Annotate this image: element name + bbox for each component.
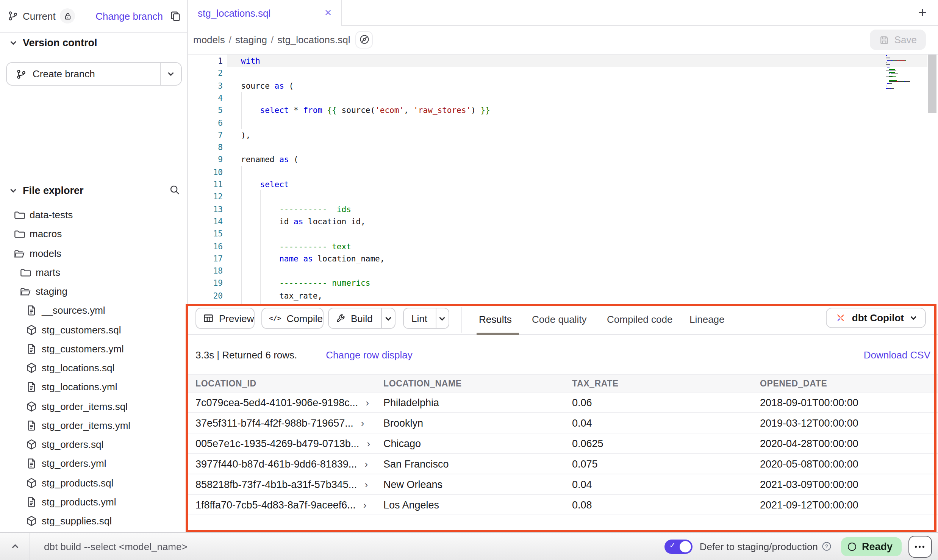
- save-button[interactable]: Save: [870, 30, 926, 50]
- column-tax-rate[interactable]: TAX_RATE: [572, 379, 760, 388]
- new-tab-button[interactable]: +: [918, 3, 927, 23]
- change-branch-link[interactable]: Change branch: [95, 10, 163, 22]
- file-name: stg_order_items.sql: [42, 400, 128, 412]
- table-row: 37e5f311-b7f4-4f2f-988b-719657...›Brookl…: [188, 413, 938, 433]
- minimap[interactable]: [886, 55, 925, 89]
- file-tree-item-stg-products-yml[interactable]: stg_products.yml: [0, 493, 188, 512]
- expand-row-icon[interactable]: ›: [366, 397, 369, 407]
- cell: Los Angeles: [383, 499, 572, 510]
- file-tree-item-stg-orders-sql[interactable]: stg_orders.sql: [0, 435, 188, 454]
- close-icon[interactable]: ✕: [324, 8, 332, 18]
- file-name: stg_customers.yml: [42, 343, 124, 355]
- cell: 0.075: [572, 458, 760, 469]
- breadcrumb-staging[interactable]: staging: [235, 34, 267, 45]
- defer-toggle[interactable]: ✓: [665, 539, 693, 554]
- cell: 0.0625: [572, 438, 760, 449]
- file-tree-item-stg-supplies-sql[interactable]: stg_supplies.sql: [0, 512, 188, 531]
- create-branch-button[interactable]: Create branch: [6, 62, 182, 86]
- build-button[interactable]: Build: [328, 308, 396, 329]
- column-location-id[interactable]: LOCATION_ID: [195, 379, 383, 388]
- help-icon[interactable]: ?: [822, 541, 832, 552]
- expand-row-icon[interactable]: ›: [364, 479, 368, 489]
- code-line-13: ---------- ids: [241, 203, 351, 215]
- doc-icon: [26, 496, 37, 508]
- model-icon: [26, 324, 37, 335]
- compile-button[interactable]: </> Compile: [261, 308, 324, 329]
- build-dropdown[interactable]: [381, 314, 395, 322]
- line-number: 3: [188, 79, 223, 92]
- results-table: LOCATION_ID LOCATION_NAME TAX_RATE OPENE…: [188, 374, 938, 515]
- code-editor[interactable]: 123456789101112131415161718192021 withso…: [188, 54, 938, 304]
- file-tree-item-stg-products-sql[interactable]: stg_products.sql: [0, 473, 188, 493]
- table-row: 005e7e1c-1935-4269-b479-0713b...›Chicago…: [188, 433, 938, 454]
- cell-location-id: 1f8ffa70-7cb5-4d83-8a7f-9aceef6...: [195, 499, 356, 510]
- file-explorer-header[interactable]: File explorer: [0, 183, 187, 198]
- breadcrumb-models[interactable]: models: [193, 34, 225, 45]
- change-row-display-link[interactable]: Change row display: [326, 349, 412, 360]
- doc-icon: [26, 343, 37, 355]
- code-line-3: source as (: [241, 79, 294, 92]
- download-csv-link[interactable]: Download CSV: [864, 349, 930, 360]
- file-tree-item-data-tests[interactable]: data-tests: [0, 205, 188, 225]
- file-tree-item-stg-order-items-yml[interactable]: stg_order_items.yml: [0, 416, 188, 435]
- file-tree-item-models[interactable]: models: [0, 244, 188, 263]
- results-info-bar: 3.3s | Returned 6 rows. Change row displ…: [188, 335, 938, 374]
- doc-icon: [26, 382, 37, 393]
- tab-code-quality[interactable]: Code quality: [532, 304, 587, 335]
- svg-text:?: ?: [825, 543, 829, 549]
- tab-results[interactable]: Results: [479, 304, 512, 335]
- copy-icon[interactable]: [170, 10, 181, 22]
- tab-compiled-code[interactable]: Compiled code: [607, 304, 672, 335]
- line-number: 5: [188, 104, 223, 116]
- chevron-down-icon: [167, 70, 175, 78]
- command-input[interactable]: dbt build --select <model_name>: [44, 541, 188, 552]
- code-line-5: select * from {{ source('ecom', 'raw_sto…: [241, 104, 490, 116]
- tab-stg-locations-sql[interactable]: stg_locations.sql ✕: [188, 0, 342, 26]
- folder-icon: [14, 209, 25, 221]
- file-name: models: [30, 247, 61, 259]
- file-name: staging: [36, 286, 67, 297]
- file-tree-item--sources-yml[interactable]: __sources.yml: [0, 301, 188, 321]
- file-name: stg_order_items.yml: [42, 420, 130, 431]
- cell: 0.04: [572, 479, 760, 490]
- file-tree-item-marts[interactable]: marts: [0, 263, 188, 282]
- file-tree-item-stg-order-items-sql[interactable]: stg_order_items.sql: [0, 397, 188, 416]
- minimap-slider[interactable]: [928, 54, 936, 113]
- doc-icon: [26, 420, 37, 431]
- cell: 2021-03-09T00:00:00: [760, 479, 938, 490]
- preview-button[interactable]: Preview: [195, 308, 255, 329]
- code-line-17: name as location_name,: [241, 252, 385, 265]
- column-location-name[interactable]: LOCATION_NAME: [383, 379, 572, 388]
- lint-dropdown[interactable]: [436, 314, 449, 322]
- cell: 2018-09-01T00:00:00: [760, 397, 938, 408]
- chevron-up-icon[interactable]: [11, 542, 20, 551]
- dbt-copilot-button[interactable]: dbt Copilot: [826, 308, 926, 328]
- column-opened-date[interactable]: OPENED_DATE: [760, 379, 938, 388]
- file-name: __sources.yml: [42, 305, 105, 316]
- expand-row-icon[interactable]: ›: [367, 438, 370, 448]
- file-tree-item-stg-customers-sql[interactable]: stg_customers.sql: [0, 320, 188, 339]
- line-number: 14: [188, 215, 223, 228]
- lint-button[interactable]: Lint: [403, 308, 449, 329]
- file-tree-item-stg-locations-sql[interactable]: stg_locations.sql: [0, 358, 188, 378]
- more-options-button[interactable]: •••: [908, 535, 932, 557]
- expand-row-icon[interactable]: ›: [361, 418, 364, 428]
- file-tree-item-staging[interactable]: staging: [0, 282, 188, 301]
- tab-lineage[interactable]: Lineage: [689, 304, 725, 335]
- navigate-icon[interactable]: [356, 32, 372, 48]
- chevron-down-icon: [9, 38, 17, 47]
- create-branch-dropdown[interactable]: [160, 63, 181, 85]
- line-number: 1: [188, 55, 223, 67]
- file-tree-item-stg-locations-yml[interactable]: stg_locations.yml: [0, 378, 188, 397]
- expand-row-icon[interactable]: ›: [363, 500, 367, 510]
- version-control-header[interactable]: Version control: [0, 35, 187, 50]
- ide-status-button[interactable]: Ready: [841, 537, 902, 556]
- line-number: 16: [188, 240, 223, 252]
- file-tree-item-stg-customers-yml[interactable]: stg_customers.yml: [0, 339, 188, 359]
- expand-row-icon[interactable]: ›: [364, 459, 368, 469]
- file-tree-item-stg-orders-yml[interactable]: stg_orders.yml: [0, 454, 188, 474]
- cell: 2020-04-28T00:00:00: [760, 438, 938, 449]
- create-branch-label: Create branch: [33, 68, 95, 80]
- search-icon[interactable]: [169, 184, 180, 196]
- file-tree-item-macros[interactable]: macros: [0, 225, 188, 244]
